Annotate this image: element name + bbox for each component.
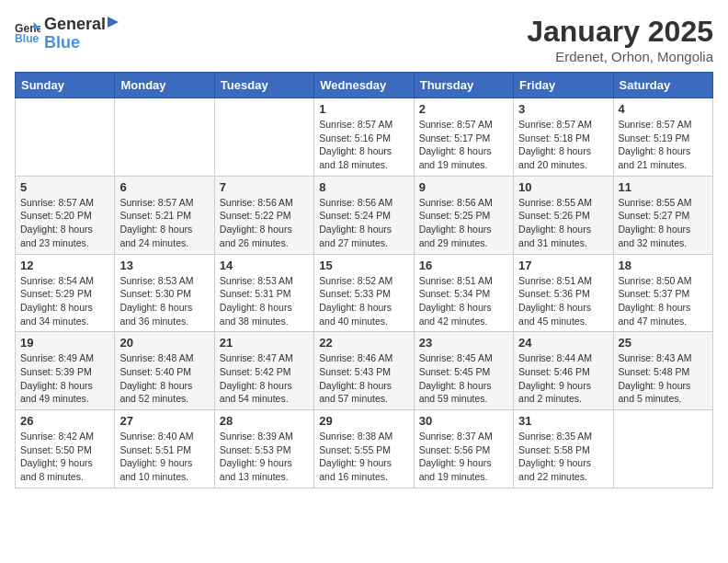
day-info: Sunrise: 8:55 AMSunset: 5:26 PMDaylight:… [518, 196, 608, 250]
day-number: 29 [319, 414, 408, 428]
day-info: Sunrise: 8:56 AMSunset: 5:24 PMDaylight:… [319, 196, 408, 250]
day-info: Sunrise: 8:57 AMSunset: 5:21 PMDaylight:… [119, 196, 209, 250]
day-cell-31: 31Sunrise: 8:35 AMSunset: 5:58 PMDayligh… [514, 410, 613, 488]
sunset-time: Sunset: 5:39 PM [20, 366, 92, 377]
day-info: Sunrise: 8:57 AMSunset: 5:17 PMDaylight:… [419, 118, 508, 172]
day-info: Sunrise: 8:57 AMSunset: 5:20 PMDaylight:… [20, 196, 109, 250]
day-cell-17: 17Sunrise: 8:51 AMSunset: 5:36 PMDayligh… [514, 254, 613, 332]
day-info: Sunrise: 8:38 AMSunset: 5:55 PMDaylight:… [319, 430, 408, 484]
logo-blue: Blue [44, 33, 80, 52]
sunset-time: Sunset: 5:17 PM [419, 132, 491, 144]
day-info: Sunrise: 8:43 AMSunset: 5:48 PMDaylight:… [619, 351, 708, 406]
day-info: Sunrise: 8:52 AMSunset: 5:33 PMDaylight:… [319, 274, 408, 328]
logo-flag-icon [106, 15, 120, 29]
sunrise-time: Sunrise: 8:39 AM [220, 431, 293, 442]
sunrise-time: Sunrise: 8:55 AM [619, 197, 692, 208]
sunrise-time: Sunrise: 8:46 AM [319, 352, 392, 363]
daylight-hours: Daylight: 8 hours and 19 minutes. [419, 145, 492, 170]
empty-cell [613, 410, 712, 488]
sunset-time: Sunset: 5:30 PM [119, 288, 191, 299]
daylight-hours: Daylight: 9 hours and 16 minutes. [319, 457, 392, 482]
sunrise-time: Sunrise: 8:51 AM [518, 275, 592, 286]
day-number: 4 [619, 102, 708, 116]
week-row-5: 26Sunrise: 8:42 AMSunset: 5:50 PMDayligh… [16, 410, 713, 488]
day-cell-24: 24Sunrise: 8:44 AMSunset: 5:46 PMDayligh… [514, 332, 613, 410]
sunrise-time: Sunrise: 8:48 AM [119, 352, 193, 363]
sunrise-time: Sunrise: 8:57 AM [119, 197, 193, 208]
daylight-hours: Daylight: 8 hours and 47 minutes. [619, 302, 691, 327]
sunrise-time: Sunrise: 8:50 AM [619, 275, 692, 286]
day-info: Sunrise: 8:48 AMSunset: 5:40 PMDaylight:… [119, 351, 209, 406]
day-cell-28: 28Sunrise: 8:39 AMSunset: 5:53 PMDayligh… [214, 410, 313, 488]
day-number: 23 [419, 336, 508, 350]
sunrise-time: Sunrise: 8:54 AM [20, 275, 94, 286]
daylight-hours: Daylight: 8 hours and 52 minutes. [119, 380, 192, 405]
day-number: 27 [119, 414, 209, 428]
sunset-time: Sunset: 5:27 PM [619, 210, 690, 221]
logo-icon: General Blue [15, 20, 40, 46]
location-subtitle: Erdenet, Orhon, Mongolia [527, 49, 713, 64]
day-number: 10 [518, 180, 608, 194]
svg-marker-3 [108, 17, 119, 28]
daylight-hours: Daylight: 8 hours and 40 minutes. [319, 302, 392, 327]
day-number: 2 [419, 102, 508, 116]
day-number: 14 [220, 259, 309, 272]
day-number: 22 [319, 336, 408, 350]
sunrise-time: Sunrise: 8:40 AM [119, 431, 193, 442]
day-info: Sunrise: 8:55 AMSunset: 5:27 PMDaylight:… [619, 196, 708, 250]
sunrise-time: Sunrise: 8:43 AM [619, 352, 692, 363]
sunrise-time: Sunrise: 8:56 AM [419, 197, 493, 208]
sunrise-time: Sunrise: 8:57 AM [20, 197, 94, 208]
sunset-time: Sunset: 5:25 PM [419, 210, 491, 221]
daylight-hours: Daylight: 8 hours and 34 minutes. [20, 302, 93, 327]
sunset-time: Sunset: 5:53 PM [220, 444, 291, 455]
day-number: 16 [419, 259, 508, 272]
day-info: Sunrise: 8:47 AMSunset: 5:42 PMDaylight:… [220, 351, 309, 406]
weekday-header-thursday: Thursday [414, 73, 513, 98]
day-info: Sunrise: 8:54 AMSunset: 5:29 PMDaylight:… [20, 274, 109, 328]
day-cell-27: 27Sunrise: 8:40 AMSunset: 5:51 PMDayligh… [115, 410, 214, 488]
sunset-time: Sunset: 5:33 PM [319, 288, 391, 299]
empty-cell [115, 98, 214, 177]
day-cell-12: 12Sunrise: 8:54 AMSunset: 5:29 PMDayligh… [16, 254, 115, 332]
logo: General Blue General Blue [15, 15, 120, 52]
daylight-hours: Daylight: 8 hours and 45 minutes. [518, 302, 591, 327]
day-info: Sunrise: 8:37 AMSunset: 5:56 PMDaylight:… [419, 430, 508, 484]
sunrise-time: Sunrise: 8:44 AM [518, 352, 592, 363]
daylight-hours: Daylight: 8 hours and 59 minutes. [419, 380, 492, 405]
sunset-time: Sunset: 5:19 PM [619, 132, 690, 144]
weekday-header-tuesday: Tuesday [214, 73, 313, 98]
daylight-hours: Daylight: 9 hours and 5 minutes. [619, 380, 691, 405]
daylight-hours: Daylight: 8 hours and 26 minutes. [220, 224, 292, 248]
day-info: Sunrise: 8:49 AMSunset: 5:39 PMDaylight:… [20, 351, 109, 406]
daylight-hours: Daylight: 9 hours and 13 minutes. [220, 457, 292, 482]
daylight-hours: Daylight: 8 hours and 42 minutes. [419, 302, 492, 327]
day-info: Sunrise: 8:56 AMSunset: 5:25 PMDaylight:… [419, 196, 508, 250]
sunrise-time: Sunrise: 8:53 AM [119, 275, 193, 286]
sunset-time: Sunset: 5:56 PM [419, 444, 491, 455]
day-cell-30: 30Sunrise: 8:37 AMSunset: 5:56 PMDayligh… [414, 410, 513, 488]
day-number: 6 [119, 180, 209, 194]
sunset-time: Sunset: 5:22 PM [220, 210, 291, 221]
sunrise-time: Sunrise: 8:57 AM [419, 119, 493, 130]
sunset-time: Sunset: 5:34 PM [419, 288, 491, 299]
day-number: 3 [518, 102, 608, 116]
day-number: 26 [20, 414, 109, 428]
sunrise-time: Sunrise: 8:53 AM [220, 275, 293, 286]
day-info: Sunrise: 8:35 AMSunset: 5:58 PMDaylight:… [518, 430, 608, 484]
sunset-time: Sunset: 5:36 PM [518, 288, 590, 299]
day-cell-21: 21Sunrise: 8:47 AMSunset: 5:42 PMDayligh… [214, 332, 313, 410]
daylight-hours: Daylight: 8 hours and 29 minutes. [419, 224, 492, 248]
sunset-time: Sunset: 5:45 PM [419, 366, 491, 377]
day-number: 12 [20, 259, 109, 272]
day-number: 13 [119, 259, 209, 272]
daylight-hours: Daylight: 8 hours and 57 minutes. [319, 380, 392, 405]
day-cell-22: 22Sunrise: 8:46 AMSunset: 5:43 PMDayligh… [314, 332, 414, 410]
day-number: 31 [518, 414, 608, 428]
sunrise-time: Sunrise: 8:57 AM [319, 119, 392, 130]
sunset-time: Sunset: 5:42 PM [220, 366, 291, 377]
week-row-4: 19Sunrise: 8:49 AMSunset: 5:39 PMDayligh… [16, 332, 713, 410]
sunrise-time: Sunrise: 8:51 AM [419, 275, 493, 286]
day-number: 18 [619, 259, 708, 272]
weekday-header-wednesday: Wednesday [314, 73, 414, 98]
